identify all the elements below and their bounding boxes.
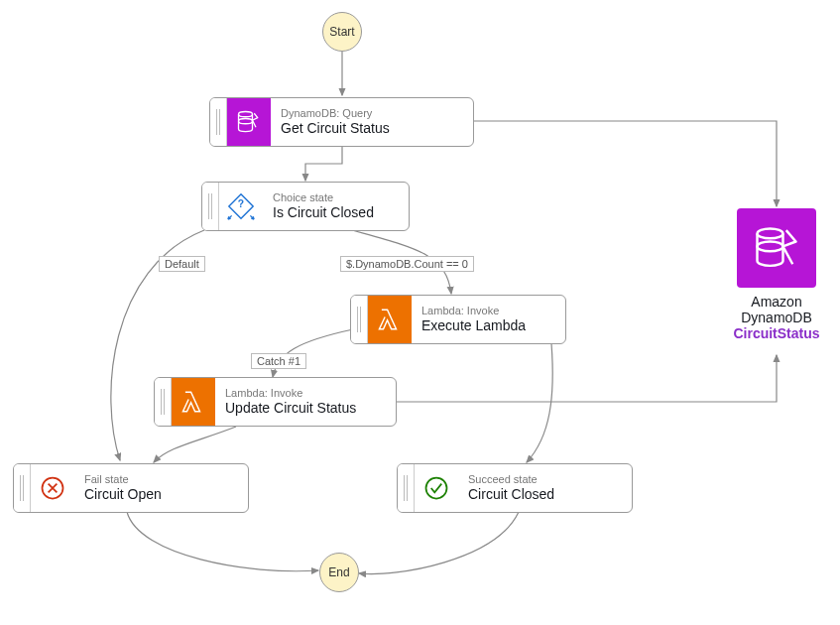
state-subtitle: Succeed state xyxy=(468,473,622,486)
state-title: Circuit Closed xyxy=(468,486,622,503)
choice-icon: ? xyxy=(219,183,263,230)
svg-point-6 xyxy=(758,242,783,252)
drag-handle-icon[interactable] xyxy=(398,464,415,512)
svg-point-1 xyxy=(239,119,253,124)
state-circuit-closed[interactable]: Succeed state Circuit Closed xyxy=(397,463,633,513)
state-subtitle: Fail state xyxy=(84,473,238,486)
resource-line2: DynamoDB xyxy=(717,310,836,325)
state-subtitle: Lambda: Invoke xyxy=(421,305,555,317)
state-execute-lambda[interactable]: Lambda: Invoke Execute Lambda xyxy=(350,295,566,344)
drag-handle-icon[interactable] xyxy=(202,183,219,230)
resource-line1: Amazon xyxy=(717,294,836,310)
drag-handle-icon[interactable] xyxy=(155,378,172,426)
start-label: Start xyxy=(329,25,354,39)
svg-point-4 xyxy=(426,478,447,499)
dynamodb-service-icon xyxy=(737,208,816,288)
edge-label-count-zero: $.DynamoDB.Count == 0 xyxy=(340,256,474,272)
drag-handle-icon[interactable] xyxy=(210,98,227,146)
state-title: Execute Lambda xyxy=(421,317,555,334)
state-title: Circuit Open xyxy=(84,486,238,503)
state-title: Is Circuit Closed xyxy=(273,204,399,221)
fail-icon xyxy=(31,464,74,512)
start-node[interactable]: Start xyxy=(322,12,362,52)
state-get-circuit-status[interactable]: DynamoDB: Query Get Circuit Status xyxy=(209,97,474,147)
state-is-circuit-closed[interactable]: ? Choice state Is Circuit Closed xyxy=(201,182,410,231)
drag-handle-icon[interactable] xyxy=(14,464,31,512)
resource-line3: CircuitStatus xyxy=(717,325,836,341)
state-circuit-open[interactable]: Fail state Circuit Open xyxy=(13,463,249,513)
state-subtitle: Lambda: Invoke xyxy=(225,387,386,400)
end-label: End xyxy=(328,565,349,579)
svg-text:?: ? xyxy=(238,198,244,209)
succeed-icon xyxy=(415,464,458,512)
end-node[interactable]: End xyxy=(319,553,359,592)
lambda-icon xyxy=(368,296,412,343)
resource-dynamodb[interactable]: Amazon DynamoDB CircuitStatus xyxy=(717,208,836,341)
state-title: Update Circuit Status xyxy=(225,400,386,417)
edge-label-default: Default xyxy=(159,256,205,272)
dynamodb-icon xyxy=(227,98,271,146)
svg-point-0 xyxy=(239,112,253,117)
lambda-icon xyxy=(172,378,215,426)
state-subtitle: DynamoDB: Query xyxy=(281,107,463,120)
edge-label-catch1: Catch #1 xyxy=(251,353,306,369)
state-subtitle: Choice state xyxy=(273,191,399,204)
state-title: Get Circuit Status xyxy=(281,120,463,137)
svg-point-5 xyxy=(758,229,783,239)
state-update-circuit-status[interactable]: Lambda: Invoke Update Circuit Status xyxy=(154,377,397,427)
drag-handle-icon[interactable] xyxy=(351,296,368,343)
